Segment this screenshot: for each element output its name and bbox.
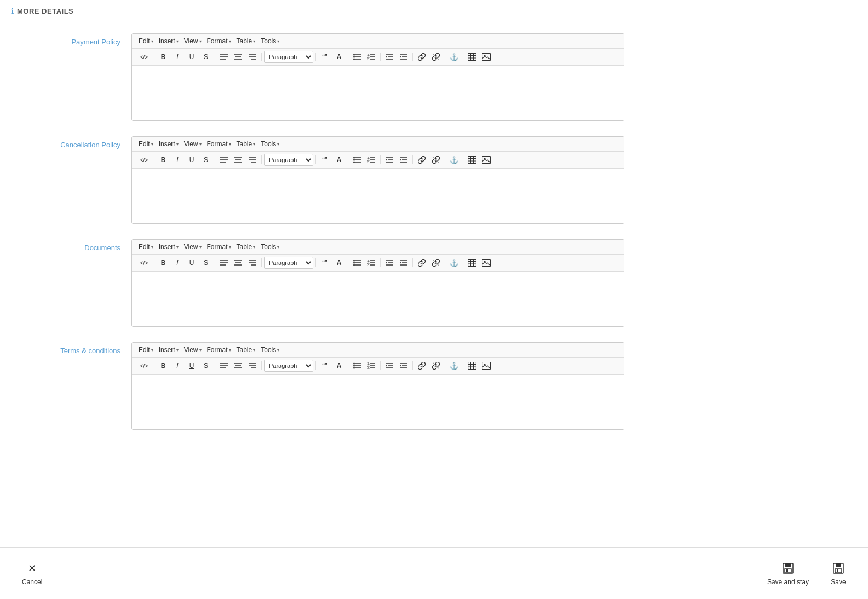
table-insert-btn-payment-policy[interactable] — [465, 51, 479, 63]
menu-insert-cancellation-policy[interactable]: Insert ▾ — [157, 139, 181, 149]
menu-format-documents[interactable]: Format ▾ — [205, 242, 233, 252]
italic-btn-cancellation-policy[interactable]: I — [171, 154, 184, 166]
indent-btn-cancellation-policy[interactable] — [397, 154, 410, 166]
menu-format-cancellation-policy[interactable]: Format ▾ — [205, 139, 233, 149]
bold-btn-documents[interactable]: B — [157, 257, 170, 269]
align-right-btn-cancellation-policy[interactable] — [246, 154, 259, 166]
table-insert-btn-documents[interactable] — [465, 257, 479, 269]
unordered-list-btn-cancellation-policy[interactable] — [350, 154, 364, 166]
menu-edit-documents[interactable]: Edit ▾ — [136, 242, 156, 252]
outdent-btn-cancellation-policy[interactable] — [383, 154, 396, 166]
ordered-list-btn-documents[interactable]: 1.2.3. — [365, 257, 378, 269]
menu-format-payment-policy[interactable]: Format ▾ — [205, 36, 233, 46]
outdent-btn-terms-conditions[interactable] — [383, 360, 396, 372]
menu-edit-terms-conditions[interactable]: Edit ▾ — [136, 345, 156, 355]
character-btn-terms-conditions[interactable]: A — [332, 360, 346, 372]
editor-body-documents[interactable] — [132, 272, 624, 326]
image-btn-payment-policy[interactable] — [480, 51, 493, 63]
italic-btn-documents[interactable]: I — [171, 257, 184, 269]
unordered-list-btn-terms-conditions[interactable] — [350, 360, 364, 372]
align-center-btn-payment-policy[interactable] — [232, 51, 245, 63]
menu-edit-cancellation-policy[interactable]: Edit ▾ — [136, 139, 156, 149]
character-btn-payment-policy[interactable]: A — [332, 51, 346, 63]
menu-table-terms-conditions[interactable]: Table ▾ — [234, 345, 258, 355]
align-right-btn-terms-conditions[interactable] — [246, 360, 259, 372]
cancel-button[interactable]: ✕ Cancel — [13, 556, 51, 590]
unlink-btn-terms-conditions[interactable] — [429, 360, 442, 372]
bold-btn-terms-conditions[interactable]: B — [157, 360, 170, 372]
table-insert-btn-terms-conditions[interactable] — [465, 360, 479, 372]
menu-insert-payment-policy[interactable]: Insert ▾ — [157, 36, 181, 46]
underline-btn-cancellation-policy[interactable]: U — [185, 154, 198, 166]
strikethrough-btn-documents[interactable]: S — [199, 257, 212, 269]
image-btn-documents[interactable] — [480, 257, 493, 269]
source-btn-payment-policy[interactable]: </> — [136, 51, 152, 63]
menu-format-terms-conditions[interactable]: Format ▾ — [205, 345, 233, 355]
strikethrough-btn-terms-conditions[interactable]: S — [199, 360, 212, 372]
paragraph-select-terms-conditions[interactable]: ParagraphHeading 1Heading 2Heading 3Head… — [264, 360, 313, 372]
menu-tools-payment-policy[interactable]: Tools ▾ — [258, 36, 281, 46]
strikethrough-btn-payment-policy[interactable]: S — [199, 51, 212, 63]
image-btn-cancellation-policy[interactable] — [480, 154, 493, 166]
anchor-btn-payment-policy[interactable]: ⚓ — [447, 51, 461, 63]
unlink-btn-documents[interactable] — [429, 257, 442, 269]
indent-btn-payment-policy[interactable] — [397, 51, 410, 63]
menu-tools-terms-conditions[interactable]: Tools ▾ — [258, 345, 281, 355]
align-center-btn-terms-conditions[interactable] — [232, 360, 245, 372]
paragraph-select-payment-policy[interactable]: ParagraphHeading 1Heading 2Heading 3Head… — [264, 51, 313, 63]
align-center-btn-documents[interactable] — [232, 257, 245, 269]
indent-btn-terms-conditions[interactable] — [397, 360, 410, 372]
outdent-btn-documents[interactable] — [383, 257, 396, 269]
anchor-btn-documents[interactable]: ⚓ — [447, 257, 461, 269]
unordered-list-btn-documents[interactable] — [350, 257, 364, 269]
bold-btn-cancellation-policy[interactable]: B — [157, 154, 170, 166]
editor-body-terms-conditions[interactable] — [132, 375, 624, 429]
ordered-list-btn-terms-conditions[interactable]: 1.2.3. — [365, 360, 378, 372]
menu-view-payment-policy[interactable]: View ▾ — [182, 36, 204, 46]
ordered-list-btn-cancellation-policy[interactable]: 1.2.3. — [365, 154, 378, 166]
indent-btn-documents[interactable] — [397, 257, 410, 269]
character-btn-cancellation-policy[interactable]: A — [332, 154, 346, 166]
source-btn-cancellation-policy[interactable]: </> — [136, 154, 152, 166]
save-and-stay-button[interactable]: Save and stay — [758, 556, 818, 590]
menu-insert-terms-conditions[interactable]: Insert ▾ — [157, 345, 181, 355]
link-btn-terms-conditions[interactable] — [415, 360, 428, 372]
menu-view-cancellation-policy[interactable]: View ▾ — [182, 139, 204, 149]
unordered-list-btn-payment-policy[interactable] — [350, 51, 364, 63]
source-btn-terms-conditions[interactable]: </> — [136, 360, 152, 372]
ordered-list-btn-payment-policy[interactable]: 1.2.3. — [365, 51, 378, 63]
menu-tools-documents[interactable]: Tools ▾ — [258, 242, 281, 252]
align-left-btn-documents[interactable] — [217, 257, 231, 269]
italic-btn-payment-policy[interactable]: I — [171, 51, 184, 63]
align-right-btn-documents[interactable] — [246, 257, 259, 269]
align-left-btn-terms-conditions[interactable] — [217, 360, 231, 372]
menu-insert-documents[interactable]: Insert ▾ — [157, 242, 181, 252]
paragraph-select-documents[interactable]: ParagraphHeading 1Heading 2Heading 3Head… — [264, 257, 313, 269]
table-insert-btn-cancellation-policy[interactable] — [465, 154, 479, 166]
link-btn-cancellation-policy[interactable] — [415, 154, 428, 166]
unlink-btn-payment-policy[interactable] — [429, 51, 442, 63]
align-center-btn-cancellation-policy[interactable] — [232, 154, 245, 166]
anchor-btn-cancellation-policy[interactable]: ⚓ — [447, 154, 461, 166]
menu-edit-payment-policy[interactable]: Edit ▾ — [136, 36, 156, 46]
bold-btn-payment-policy[interactable]: B — [157, 51, 170, 63]
link-btn-payment-policy[interactable] — [415, 51, 428, 63]
save-button[interactable]: Save — [822, 556, 855, 590]
align-left-btn-cancellation-policy[interactable] — [217, 154, 231, 166]
paragraph-select-cancellation-policy[interactable]: ParagraphHeading 1Heading 2Heading 3Head… — [264, 154, 313, 166]
anchor-btn-terms-conditions[interactable]: ⚓ — [447, 360, 461, 372]
align-left-btn-payment-policy[interactable] — [217, 51, 231, 63]
menu-table-cancellation-policy[interactable]: Table ▾ — [234, 139, 258, 149]
blockquote-btn-terms-conditions[interactable]: “” — [318, 360, 331, 372]
outdent-btn-payment-policy[interactable] — [383, 51, 396, 63]
editor-body-payment-policy[interactable] — [132, 66, 624, 120]
underline-btn-documents[interactable]: U — [185, 257, 198, 269]
underline-btn-terms-conditions[interactable]: U — [185, 360, 198, 372]
menu-table-payment-policy[interactable]: Table ▾ — [234, 36, 258, 46]
menu-view-documents[interactable]: View ▾ — [182, 242, 204, 252]
blockquote-btn-payment-policy[interactable]: “” — [318, 51, 331, 63]
blockquote-btn-cancellation-policy[interactable]: “” — [318, 154, 331, 166]
strikethrough-btn-cancellation-policy[interactable]: S — [199, 154, 212, 166]
image-btn-terms-conditions[interactable] — [480, 360, 493, 372]
align-right-btn-payment-policy[interactable] — [246, 51, 259, 63]
